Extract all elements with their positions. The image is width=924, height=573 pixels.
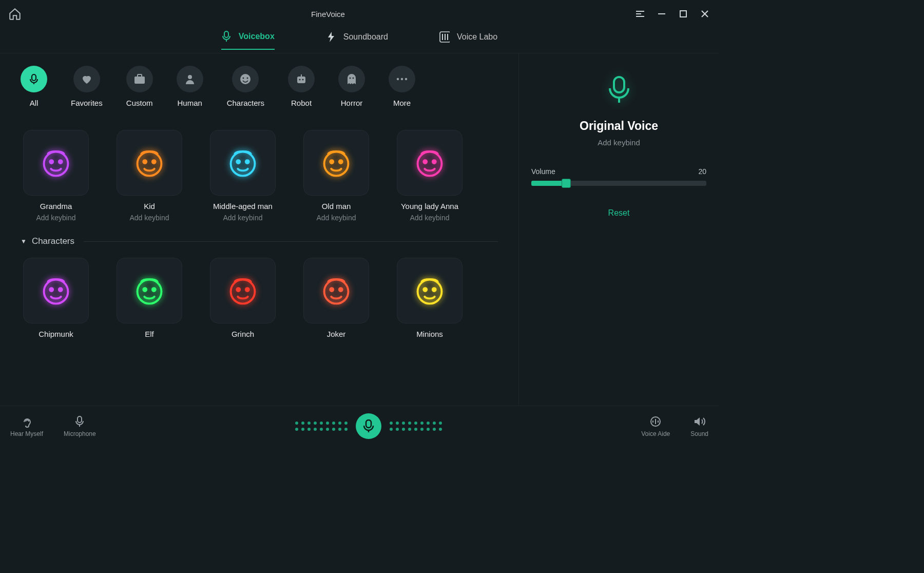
reset-button[interactable]: Reset <box>608 208 630 218</box>
svg-point-22 <box>152 160 156 163</box>
mic-icon <box>221 31 232 42</box>
svg-point-46 <box>433 288 436 291</box>
svg-point-10 <box>299 79 300 80</box>
voice-young-lady-anna[interactable]: Young lady AnnaAdd keybind <box>394 130 465 222</box>
add-keybind-link[interactable]: Add keybind <box>36 214 75 222</box>
svg-point-5 <box>188 75 192 79</box>
svg-point-37 <box>152 288 156 291</box>
svg-point-8 <box>247 78 248 79</box>
volume-label: Volume <box>531 167 555 176</box>
person-icon <box>177 66 203 92</box>
tab-label: Voice Labo <box>457 32 497 42</box>
footer-label: Voice Aide <box>641 430 670 437</box>
volume-slider[interactable] <box>531 181 706 186</box>
svg-point-39 <box>237 288 240 291</box>
category-label: All <box>30 99 38 107</box>
voice-avatar <box>210 130 276 196</box>
svg-point-31 <box>433 160 436 163</box>
svg-point-11 <box>302 79 303 80</box>
svg-rect-0 <box>680 11 686 17</box>
category-label: More <box>393 99 411 107</box>
preview-add-keybind[interactable]: Add keybind <box>598 138 640 147</box>
svg-rect-4 <box>134 77 145 84</box>
svg-point-25 <box>246 160 249 163</box>
voice-name: Young lady Anna <box>401 202 458 211</box>
app-title: FineVoice <box>22 10 634 18</box>
svg-point-26 <box>324 152 349 176</box>
svg-point-38 <box>231 280 255 304</box>
svg-point-36 <box>143 288 146 291</box>
add-keybind-link[interactable]: Add keybind <box>410 214 449 222</box>
category-label: Favorites <box>71 99 103 107</box>
section-characters-header[interactable]: ▼ Characters <box>21 236 498 246</box>
svg-point-27 <box>330 160 333 163</box>
level-dots-left <box>295 422 348 431</box>
footer-sound[interactable]: Sound <box>690 415 708 437</box>
voice-middle-aged-man[interactable]: Middle-aged manAdd keybind <box>207 130 278 222</box>
category-label: Robot <box>291 99 312 107</box>
footer-label: Sound <box>690 430 708 437</box>
voice-grandma[interactable]: GrandmaAdd keybind <box>21 130 91 222</box>
svg-point-14 <box>397 78 399 80</box>
category-all[interactable]: All <box>21 66 47 107</box>
voice-avatar <box>303 130 369 196</box>
add-keybind-link[interactable]: Add keybind <box>129 214 169 222</box>
maximize-icon[interactable] <box>678 8 689 20</box>
add-keybind-link[interactable]: Add keybind <box>223 214 262 222</box>
category-robot[interactable]: Robot <box>288 66 315 107</box>
svg-point-23 <box>231 152 255 176</box>
category-label: Horror <box>341 99 363 107</box>
add-keybind-link[interactable]: Add keybind <box>316 214 356 222</box>
home-icon[interactable] <box>8 7 22 21</box>
tab-label: Soundboard <box>343 32 388 42</box>
voice-avatar <box>303 258 369 323</box>
voice-avatar <box>23 258 89 323</box>
category-favorites[interactable]: Favorites <box>71 66 103 107</box>
menu-icon[interactable] <box>634 8 646 20</box>
dots-icon <box>389 66 415 92</box>
svg-point-32 <box>44 280 68 304</box>
close-icon[interactable] <box>699 8 710 20</box>
svg-point-44 <box>418 280 442 304</box>
svg-point-21 <box>143 160 146 163</box>
footer-label: Hear Myself <box>10 430 43 437</box>
svg-rect-47 <box>614 77 624 92</box>
tab-voicelabo[interactable]: Voice Labo <box>439 32 497 49</box>
svg-point-17 <box>44 152 68 176</box>
category-custom[interactable]: Custom <box>126 66 153 107</box>
category-label: Human <box>178 99 202 107</box>
voice-name: Old man <box>322 202 351 211</box>
tab-voicebox[interactable]: Voicebox <box>221 31 275 50</box>
footer-voice-aide[interactable]: Voice Aide <box>641 415 670 437</box>
voice-old-man[interactable]: Old manAdd keybind <box>301 130 372 222</box>
speaker-icon <box>693 415 706 428</box>
voice-avatar <box>117 130 182 196</box>
bolt-icon <box>326 32 336 42</box>
sliders-icon <box>439 32 450 42</box>
svg-point-20 <box>138 152 162 176</box>
tab-soundboard[interactable]: Soundboard <box>326 32 388 49</box>
svg-point-30 <box>424 160 427 163</box>
voice-elf[interactable]: Elf <box>114 258 185 341</box>
svg-point-16 <box>405 78 407 80</box>
category-label: Characters <box>227 99 264 107</box>
category-label: Custom <box>126 99 153 107</box>
voice-joker[interactable]: Joker <box>301 258 372 341</box>
voice-kid[interactable]: KidAdd keybind <box>114 130 185 222</box>
smiley-icon <box>232 66 259 92</box>
svg-point-45 <box>424 288 427 291</box>
minimize-icon[interactable] <box>656 8 667 20</box>
footer-microphone[interactable]: Microphone <box>64 415 96 437</box>
footer-hear-myself[interactable]: Hear Myself <box>10 415 43 437</box>
category-more[interactable]: More <box>389 66 415 107</box>
voice-minions[interactable]: Minions <box>394 258 465 341</box>
voice-grinch[interactable]: Grinch <box>207 258 278 341</box>
robot-icon <box>288 66 315 92</box>
category-horror[interactable]: Horror <box>338 66 365 107</box>
category-characters[interactable]: Characters <box>227 66 264 107</box>
voice-chipmunk[interactable]: Chipmunk <box>21 258 91 341</box>
category-human[interactable]: Human <box>177 66 203 107</box>
svg-point-24 <box>237 160 240 163</box>
preview-mic-icon <box>599 69 640 110</box>
record-button[interactable] <box>356 413 381 439</box>
